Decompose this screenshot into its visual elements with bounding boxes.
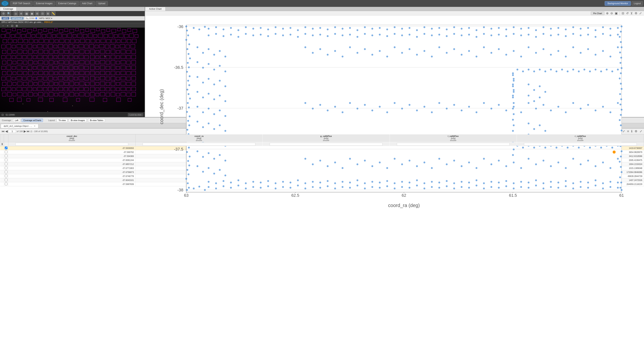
bi-view-tables-button[interactable]: Bi-view Tables: [88, 119, 105, 122]
tri-view-button[interactable]: Tri-view: [57, 119, 68, 122]
region-icon[interactable]: ⊞: [35, 11, 40, 16]
filter-coord-ra-input[interactable]: [142, 143, 256, 146]
logout-button[interactable]: Logout: [632, 1, 643, 6]
pin-chart-button[interactable]: Pin Chart: [591, 12, 604, 15]
row-checkbox[interactable]: [5, 155, 8, 157]
active-chart-tab[interactable]: Active Chart: [145, 7, 166, 11]
select-rect-chart-button[interactable]: ▣: [614, 11, 618, 15]
ruler-icon[interactable]: 📏: [51, 11, 56, 16]
row-checkbox[interactable]: [5, 183, 8, 185]
settings-icon[interactable]: ⚙: [1, 11, 6, 16]
svg-point-581: [446, 185, 448, 187]
zoom-in-button[interactable]: +: [6, 24, 10, 27]
nav-external-images[interactable]: External Images: [34, 1, 55, 6]
hips-aitoff-tag[interactable]: HiPS/Aitoff: [10, 17, 24, 20]
row-checkbox-cell[interactable]: [4, 146, 8, 150]
filter-chart-button[interactable]: ⊻: [630, 11, 633, 15]
svg-point-605: [208, 181, 210, 183]
filter-r-flux: [517, 142, 644, 146]
svg-point-446: [275, 26, 276, 28]
cell-coord_dec: -37.8381244: [8, 158, 136, 162]
svg-point-428: [187, 182, 189, 184]
coverage-charts-button[interactable]: Coverage w/Charts: [22, 119, 43, 122]
expand-chart-button[interactable]: ⤢: [639, 11, 642, 15]
svg-point-534: [513, 33, 514, 35]
nav-external-catalogs[interactable]: External Catalogs: [56, 1, 79, 6]
svg-point-354: [28, 69, 29, 70]
svg-point-713: [202, 96, 204, 98]
filter-all-icon[interactable]: ⊻: [1, 143, 3, 146]
target-icon[interactable]: ⊕: [19, 11, 24, 16]
page-number-input[interactable]: [8, 130, 16, 133]
last-page-button[interactable]: ⏭: [27, 130, 30, 133]
row-checkbox[interactable]: [5, 159, 8, 161]
svg-point-403: [186, 71, 188, 73]
layers-icon[interactable]: ◎: [14, 11, 18, 16]
hips-moc-dropdown[interactable]: HiPS / MOC ▾: [39, 17, 52, 20]
coord-selector[interactable]: Eq J2000: [25, 17, 38, 20]
svg-point-423: [187, 160, 189, 162]
row-checkbox[interactable]: [5, 163, 8, 165]
settings-chart-button[interactable]: ⚙: [634, 11, 638, 15]
background-monitor-button[interactable]: Background Monitor: [605, 1, 631, 6]
row-checkbox-cell[interactable]: [4, 150, 8, 154]
svg-point-542: [572, 33, 574, 35]
svg-point-842: [364, 104, 366, 106]
zoom-fill-button[interactable]: ⊞: [15, 24, 19, 27]
row-checkbox[interactable]: [5, 171, 8, 173]
nav-rsp-tap-search[interactable]: RSP TAP Search: [10, 1, 33, 6]
svg-point-715: [213, 98, 215, 100]
filter-g-flux-input[interactable]: [270, 143, 382, 146]
zoom-out-x-button[interactable]: ⊟: [621, 11, 624, 15]
svg-point-811: [453, 160, 455, 162]
row-checkbox[interactable]: [5, 175, 8, 177]
svg-point-824: [550, 165, 552, 167]
row-checkbox-cell[interactable]: [4, 178, 8, 182]
lock-by-click-button[interactable]: Lock by click: [128, 113, 143, 116]
svg-point-646: [513, 182, 514, 184]
row-checkbox-cell[interactable]: [4, 170, 8, 174]
hips-tag[interactable]: HiPS: [2, 17, 9, 20]
filter-coord-dec-input[interactable]: [16, 143, 128, 146]
nav-upload[interactable]: Upload: [96, 1, 108, 6]
row-checkbox[interactable]: [5, 147, 8, 149]
coverage-tab[interactable]: Coverage: [0, 7, 16, 11]
row-checkbox-cell[interactable]: [4, 158, 8, 162]
restore-chart-button[interactable]: ↺: [626, 11, 629, 15]
filter-i-flux-input[interactable]: [397, 143, 510, 146]
svg-point-816: [490, 163, 492, 165]
sky-image[interactable]: [0, 28, 145, 112]
row-checkbox[interactable]: [5, 179, 8, 181]
svg-point-402: [188, 66, 190, 68]
row-checkbox-cell[interactable]: [4, 174, 8, 178]
next-page-button[interactable]: ▶: [24, 130, 26, 133]
nav-add-chart[interactable]: Add Chart: [80, 1, 95, 6]
row-checkbox[interactable]: [5, 151, 8, 153]
search-icon[interactable]: 🔍: [6, 11, 11, 16]
grid-icon[interactable]: ▦: [24, 11, 29, 16]
filter-r-flux-input[interactable]: [524, 143, 637, 146]
scatter-chart-area[interactable]: coord_dec (deg) -36 -36.5 -37 -37.5: [145, 16, 644, 215]
bi-view-images-button[interactable]: Bi-view Images: [69, 119, 87, 122]
svg-point-938: [539, 85, 541, 87]
export-icon[interactable]: ⊠: [46, 11, 50, 16]
zoom-out-chart-button[interactable]: ⊖: [610, 11, 613, 15]
zoom-out-button[interactable]: −: [1, 24, 5, 27]
row-checkbox-cell[interactable]: [4, 154, 8, 158]
row-checkbox[interactable]: [5, 167, 8, 169]
table-tab-dp02[interactable]: dp02_dc2_catalogs.Object - ... ✕: [1, 124, 38, 128]
row-checkbox-cell[interactable]: [4, 182, 8, 186]
expand-icon[interactable]: ⊡: [2, 113, 4, 116]
svg-point-837: [327, 109, 329, 111]
select-icon[interactable]: ▣: [30, 11, 34, 16]
row-checkbox-cell[interactable]: [4, 162, 8, 166]
svg-point-594: [542, 187, 544, 189]
table-tab-close-button[interactable]: ✕: [34, 125, 36, 127]
catalog-icon[interactable]: ⊟: [40, 11, 45, 16]
prev-page-button[interactable]: ◀: [5, 130, 8, 133]
first-page-button[interactable]: ⏮: [2, 130, 4, 133]
layout-left-button[interactable]: Left: [13, 119, 20, 122]
zoom-fit-button[interactable]: ⊡: [10, 24, 14, 27]
zoom-in-chart-button[interactable]: ⊕: [606, 11, 609, 15]
row-checkbox-cell[interactable]: [4, 166, 8, 170]
